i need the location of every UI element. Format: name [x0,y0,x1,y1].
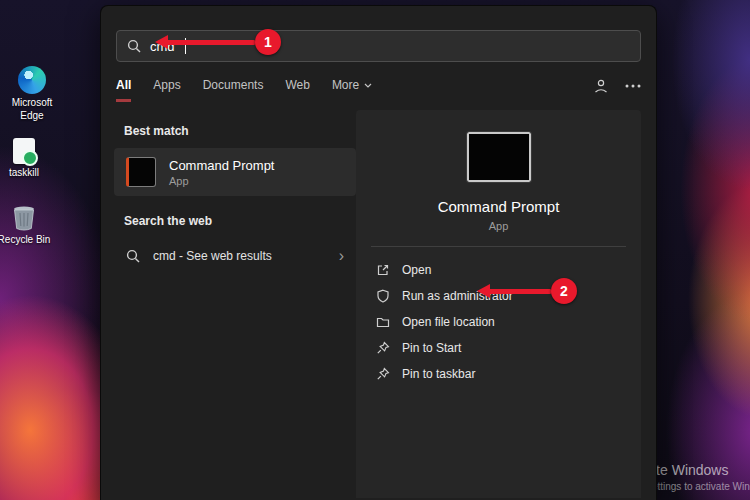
edge-icon [18,66,46,94]
context-actions: Open Run as administrator Open file loca… [356,257,641,387]
search-flyout: cmd All Apps Documents Web More [100,5,657,500]
best-match-result[interactable]: Command Prompt App [114,148,356,196]
recycle-bin-icon [11,203,37,231]
search-icon [126,249,140,263]
tab-documents[interactable]: Documents [203,78,264,99]
preview-pane: Command Prompt App Open [356,110,641,498]
tab-apps[interactable]: Apps [153,78,180,99]
action-open-file-location[interactable]: Open file location [356,309,641,335]
chevron-down-icon [364,83,372,88]
desktop-icon-label: taskkill [9,167,39,180]
web-search-result[interactable]: cmd - See web results › [114,238,356,274]
shield-icon [376,289,390,303]
account-filter-icon[interactable] [593,78,609,94]
arrow-shaft [490,289,552,294]
tab-web[interactable]: Web [285,78,309,99]
best-match-header: Best match [124,124,346,138]
action-pin-to-taskbar[interactable]: Pin to taskbar [356,361,641,387]
tab-all[interactable]: All [116,78,131,102]
open-icon [376,263,390,277]
annotation-badge-1: 1 [255,29,281,55]
desktop-icon-label: Microsoft Edge [0,97,64,122]
chevron-right-icon[interactable]: › [339,248,344,264]
desktop-icon-recycle-bin[interactable]: Recycle Bin [0,203,56,247]
result-title: Command Prompt [169,158,274,173]
divider [371,246,626,247]
desktop-icon-edge[interactable]: Microsoft Edge [0,66,64,122]
desktop: Microsoft Edge taskkill Recycle Bin Acti… [0,0,750,500]
desktop-icon-label: Recycle Bin [0,234,50,247]
annotation-badge-2: 2 [551,278,577,304]
desktop-icon-taskkill[interactable]: taskkill [0,138,56,180]
badge-number: 1 [264,34,272,50]
tab-more[interactable]: More [332,78,372,99]
command-prompt-icon [126,157,156,187]
result-subtitle: App [169,175,274,187]
action-pin-to-start[interactable]: Pin to Start [356,335,641,361]
preview-subtitle: App [489,220,509,232]
search-filter-tabs: All Apps Documents Web More [116,78,641,104]
arrow-head [477,284,490,298]
search-the-web-header: Search the web [124,214,346,228]
pin-icon [376,367,390,381]
action-open[interactable]: Open [356,257,641,283]
arrow-head [155,35,168,49]
folder-icon [376,315,390,329]
pin-icon [376,341,390,355]
badge-number: 2 [560,283,568,299]
tabs-right-controls [593,78,641,94]
action-run-as-administrator[interactable]: Run as administrator [356,283,641,309]
arrow-shaft [168,40,256,45]
search-icon [127,39,141,53]
preview-title: Command Prompt [438,198,560,215]
results-column: Best match Command Prompt App Search the… [114,116,356,274]
search-input[interactable]: cmd [116,30,641,62]
command-prompt-icon-large [467,132,531,182]
more-options-icon[interactable] [625,84,641,88]
web-result-text: cmd - See web results [153,249,326,263]
taskkill-file-icon [13,138,35,164]
